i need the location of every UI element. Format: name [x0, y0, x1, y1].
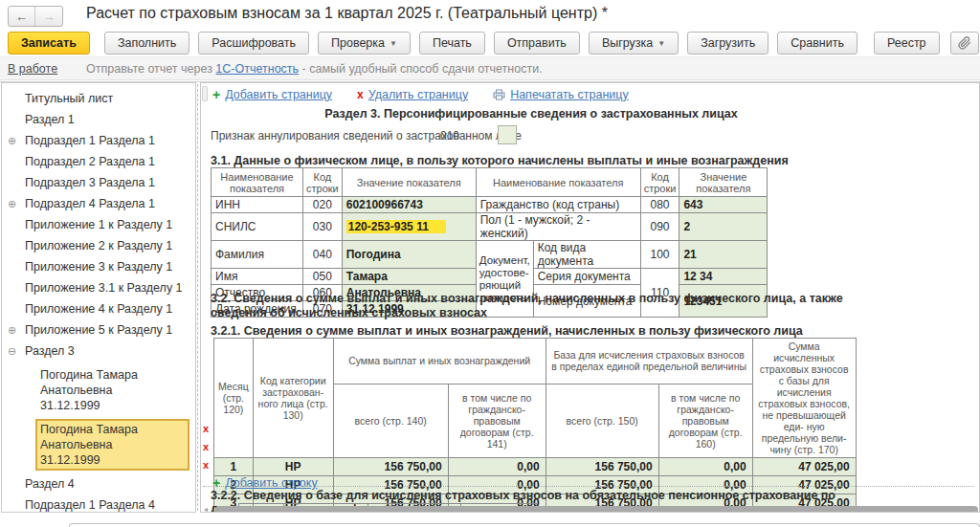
check-button[interactable]: Проверка ▼: [318, 32, 411, 55]
delete-row-button[interactable]: x: [203, 459, 212, 471]
sidebar-item-sub2-sec1[interactable]: Подраздел 2 Раздела 1: [2, 151, 195, 172]
doc-series-value[interactable]: 12 34: [679, 269, 768, 285]
field-label: Пол (1 - мужской; 2 - женский): [476, 213, 640, 241]
back-button[interactable]: ←: [9, 7, 35, 26]
person-name: Погодина Тамара Анатольевна: [40, 422, 185, 452]
table-row: СНИЛС 030 120-253-935 11 Пол (1 - мужско…: [212, 213, 768, 241]
status-link[interactable]: В работе: [8, 62, 57, 76]
scroll-left-icon[interactable]: ◂: [204, 505, 215, 513]
month-cell[interactable]: 1: [214, 458, 254, 476]
printer-icon: [493, 89, 505, 100]
sidebar-item-app31-sec1[interactable]: Приложение 3.1 к Разделу 1: [2, 277, 195, 298]
category-cell[interactable]: НР: [253, 458, 333, 476]
status-message-suffix: - самый удобный способ сдачи отчетности.: [299, 62, 543, 76]
gender-value[interactable]: 2: [679, 213, 768, 241]
section-divider: [203, 486, 974, 487]
delete-row-button[interactable]: x: [203, 441, 212, 452]
sidebar-item-title-page[interactable]: Титульный лист: [2, 88, 195, 109]
1c-reporting-link[interactable]: 1С-Отчетность: [215, 62, 299, 76]
delete-page-link[interactable]: Удалить страницу: [368, 88, 468, 101]
plus-icon: +: [212, 87, 220, 102]
decrypt-button[interactable]: Расшифровать: [198, 32, 309, 55]
pane-splitter[interactable]: [197, 84, 198, 511]
sidebar-item-app1-sec1[interactable]: Приложение 1 к Разделу 1: [2, 214, 195, 235]
value-170[interactable]: 47 025,00: [752, 458, 856, 476]
value-150[interactable]: 156 750,00: [546, 458, 658, 476]
sidebar-item-sub1-sec4[interactable]: Подраздел 1 Раздела 4: [2, 494, 195, 513]
toolbar: Записать Заполнить Расшифровать Проверка…: [8, 31, 979, 55]
value-160[interactable]: 0,00: [658, 458, 752, 476]
add-page-command[interactable]: +Добавить страницу: [212, 87, 332, 102]
sidebar-item-section1[interactable]: Раздел 1: [2, 109, 195, 130]
forward-button[interactable]: →: [35, 7, 62, 26]
person-birthdate: 31.12.1999: [40, 398, 185, 413]
sidebar-item-app4-sec1[interactable]: Приложение 4 к Разделу 1: [2, 298, 195, 319]
delete-page-command[interactable]: xУдалить страницу: [357, 88, 468, 101]
subsection-3-2-1-title: 3.2.1. Сведения о сумме выплат и иных во…: [211, 324, 803, 338]
field-label: Код вида документа: [533, 241, 640, 269]
sidebar-item-section4[interactable]: Раздел 4: [2, 473, 195, 494]
sidebar-item-sub3-sec1[interactable]: Подраздел 3 Раздела 1: [2, 172, 195, 193]
doc-kind-value[interactable]: 21: [679, 241, 768, 269]
attachment-button[interactable]: [950, 32, 979, 55]
paperclip-icon: [958, 36, 971, 50]
print-page-command[interactable]: Напечатать страницу: [493, 88, 629, 101]
sidebar-item-person-2-selected[interactable]: Погодина Тамара Анатольевна 31.12.1999: [35, 419, 189, 471]
value-140[interactable]: 156 750,00: [333, 458, 448, 476]
compare-button[interactable]: Сравнить: [777, 32, 858, 55]
section3-title: Раздел 3. Персонифицированные сведения о…: [201, 107, 861, 121]
add-row-link[interactable]: Добавить строку: [225, 476, 317, 490]
sidebar-item-sub1-sec1[interactable]: ⊕Подраздел 1 Раздела 1: [2, 130, 195, 151]
citizenship-value[interactable]: 643: [679, 197, 768, 213]
sidebar-item-label: Подраздел 4 Раздела 1: [25, 197, 155, 210]
expand-plus-icon[interactable]: ⊕: [8, 322, 16, 338]
pane-grip[interactable]: [202, 86, 208, 101]
collapse-minus-icon[interactable]: ⊖: [8, 343, 16, 359]
firstname-value[interactable]: Тамара: [342, 269, 476, 285]
add-page-link[interactable]: Добавить страницу: [225, 88, 332, 101]
back-arrow-icon: ←: [15, 10, 28, 24]
col-group-sum: Сумма выплат и иных вознаграждений: [333, 339, 546, 384]
col-header: Значение показателя: [342, 168, 476, 197]
scrollbar-thumb[interactable]: [215, 506, 978, 514]
field-label: СНИЛС: [212, 213, 303, 241]
expand-plus-icon[interactable]: ⊕: [8, 133, 16, 148]
inn-value[interactable]: 602100966743: [342, 197, 476, 213]
field-label: Фамилия: [212, 241, 303, 269]
print-button[interactable]: Печать: [419, 32, 485, 55]
sidebar-item-app5-sec1[interactable]: ⊕Приложение 5 к Разделу 1: [2, 319, 195, 340]
sections-sidebar: Титульный лист Раздел 1 ⊕Подраздел 1 Раз…: [1, 82, 196, 513]
field-label: Имя: [212, 269, 303, 285]
col-header-total150: всего (стр. 150): [546, 384, 658, 457]
subsection-3-2-title: 3.2. Сведения о сумме выплат и иных возн…: [211, 292, 844, 320]
sidebar-item-label: Приложение 5 к Разделу 1: [25, 323, 172, 337]
export-button-label: Выгрузка: [602, 36, 653, 50]
field-label: Серия документа: [533, 269, 640, 285]
sidebar-item-sub4-sec1[interactable]: ⊕Подраздел 4 Раздела 1: [2, 193, 195, 214]
horizontal-scrollbar[interactable]: ◂: [204, 505, 978, 513]
expand-plus-icon[interactable]: ⊕: [8, 196, 16, 211]
print-page-link[interactable]: Напечатать страницу: [510, 88, 629, 101]
line-code: 100: [640, 241, 679, 269]
sidebar-item-person-1[interactable]: Погодина Тамара Анатольевна 31.12.1999: [35, 364, 189, 416]
field-label: ИНН: [212, 197, 303, 213]
annul-label: Признак аннулирования сведений о застрах…: [211, 129, 522, 143]
delete-x-icon: x: [357, 88, 364, 101]
value-141[interactable]: 0,00: [448, 458, 546, 476]
save-button[interactable]: Записать: [8, 32, 90, 55]
send-button[interactable]: Отправить: [494, 32, 580, 55]
delete-row-button[interactable]: x: [203, 423, 212, 434]
annul-input[interactable]: [498, 125, 517, 144]
line-code: 020: [303, 197, 343, 213]
person-name: Погодина Тамара Анатольевна: [40, 367, 185, 398]
sidebar-item-app3-sec1[interactable]: Приложение 3 к Разделу 1: [2, 256, 195, 277]
fill-button[interactable]: Заполнить: [104, 32, 189, 55]
sidebar-item-section3[interactable]: ⊖Раздел 3: [2, 340, 195, 362]
sidebar-item-app2-sec1[interactable]: Приложение 2 к Разделу 1: [2, 235, 195, 256]
registry-button[interactable]: Реестр: [874, 32, 940, 55]
load-button[interactable]: Загрузить: [687, 32, 768, 55]
lastname-value[interactable]: Погодина: [342, 241, 476, 269]
export-button[interactable]: Выгрузка ▼: [589, 32, 679, 55]
snils-value[interactable]: 120-253-935 11: [342, 213, 476, 241]
col-header-gpd160: в том числе по гражданско-правовым догов…: [658, 384, 752, 457]
